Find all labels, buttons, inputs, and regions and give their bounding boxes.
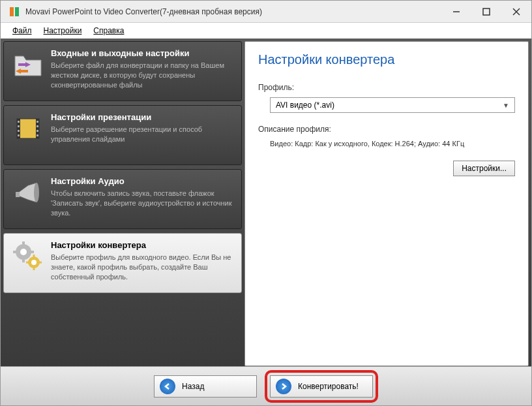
svg-rect-14 — [18, 134, 20, 136]
svg-rect-13 — [18, 130, 20, 132]
main-panel: Настройки конвертера Профиль: AVI видео … — [244, 41, 529, 366]
svg-point-22 — [20, 249, 27, 255]
svg-point-19 — [34, 183, 39, 202]
menu-settings[interactable]: Настройки — [38, 24, 87, 37]
megaphone-icon — [12, 176, 44, 209]
svg-rect-15 — [37, 121, 38, 123]
arrow-right-icon — [276, 379, 291, 394]
svg-rect-12 — [18, 125, 20, 127]
gears-icon — [12, 240, 44, 273]
sidebar: Входные и выходные настройки Выберите фа… — [3, 41, 242, 366]
nav-converter-text: Настройки конвертера Выберите профиль дл… — [51, 240, 233, 286]
nav-presentation-title: Настройки презентации — [51, 112, 233, 122]
svg-point-28 — [31, 260, 37, 265]
convert-button-highlight: Конвертировать! — [265, 370, 378, 403]
svg-rect-0 — [10, 7, 14, 16]
film-icon — [12, 112, 44, 145]
svg-rect-11 — [18, 121, 20, 123]
profile-desc-text: Видео: Кадр: Как у исходного, Кодек: H.2… — [258, 139, 515, 149]
profile-value: AVI видео (*.avi) — [276, 101, 503, 110]
svg-rect-17 — [37, 130, 38, 132]
window-title: Movavi PowerPoint to Video Converter(7-д… — [25, 7, 441, 16]
svg-rect-18 — [37, 134, 38, 136]
svg-rect-23 — [22, 242, 25, 245]
back-button-label: Назад — [182, 382, 204, 391]
footer: Назад Конвертировать! — [1, 366, 531, 405]
profile-label: Профиль: — [258, 83, 515, 92]
window-controls — [441, 1, 531, 22]
nav-audio-text: Настройки Аудио Чтобы включить запись зв… — [51, 176, 233, 222]
minimize-button[interactable] — [441, 1, 471, 22]
nav-presentation-settings[interactable]: Настройки презентации Выберите разрешени… — [3, 105, 242, 165]
maximize-button[interactable] — [471, 1, 501, 22]
svg-rect-16 — [37, 125, 38, 127]
convert-button-label: Конвертировать! — [298, 382, 359, 391]
nav-converter-title: Настройки конвертера — [51, 240, 233, 250]
nav-audio-desc: Чтобы включить запись звука, поставьте ф… — [51, 189, 233, 218]
folder-icon — [12, 48, 44, 81]
arrow-left-icon — [160, 379, 175, 394]
back-button[interactable]: Назад — [154, 375, 257, 398]
profile-settings-button[interactable]: Настройки... — [453, 161, 515, 176]
nav-io-title: Входные и выходные настройки — [51, 48, 233, 58]
svg-rect-32 — [38, 262, 42, 264]
titlebar: Movavi PowerPoint to Video Converter(7-д… — [1, 1, 531, 23]
svg-rect-24 — [22, 258, 25, 262]
menu-file[interactable]: Файл — [7, 24, 37, 37]
content-area: Входные и выходные настройки Выберите фа… — [1, 39, 531, 366]
svg-rect-29 — [33, 255, 35, 258]
svg-rect-26 — [30, 251, 34, 253]
svg-rect-3 — [483, 8, 490, 15]
convert-button[interactable]: Конвертировать! — [270, 375, 373, 398]
panel-title: Настройки конвертера — [258, 52, 515, 67]
profile-desc-label: Описание профиля: — [258, 125, 515, 134]
svg-rect-25 — [13, 251, 17, 253]
nav-converter-desc: Выберите профиль для выходного видео. Ес… — [51, 253, 233, 282]
svg-rect-30 — [33, 267, 35, 270]
svg-rect-20 — [16, 192, 20, 197]
svg-rect-31 — [26, 262, 29, 264]
nav-io-settings[interactable]: Входные и выходные настройки Выберите фа… — [3, 41, 242, 101]
svg-rect-8 — [17, 119, 39, 138]
nav-io-text: Входные и выходные настройки Выберите фа… — [51, 48, 233, 94]
nav-io-desc: Выберите файл для конвертации и папку на… — [51, 61, 233, 90]
menu-help[interactable]: Справка — [88, 24, 129, 37]
close-button[interactable] — [501, 1, 531, 22]
app-icon — [8, 6, 20, 18]
nav-presentation-desc: Выберите разрешение презентации и способ… — [51, 125, 233, 144]
nav-audio-settings[interactable]: Настройки Аудио Чтобы включить запись зв… — [3, 169, 242, 229]
nav-presentation-text: Настройки презентации Выберите разрешени… — [51, 112, 233, 158]
profile-dropdown[interactable]: AVI видео (*.avi) ▼ — [270, 97, 515, 113]
nav-converter-settings[interactable]: Настройки конвертера Выберите профиль дл… — [3, 233, 242, 293]
nav-audio-title: Настройки Аудио — [51, 176, 233, 186]
chevron-down-icon: ▼ — [503, 102, 509, 109]
app-window: Movavi PowerPoint to Video Converter(7-д… — [0, 0, 532, 406]
menubar: Файл Настройки Справка — [1, 23, 531, 39]
svg-rect-1 — [15, 7, 19, 16]
